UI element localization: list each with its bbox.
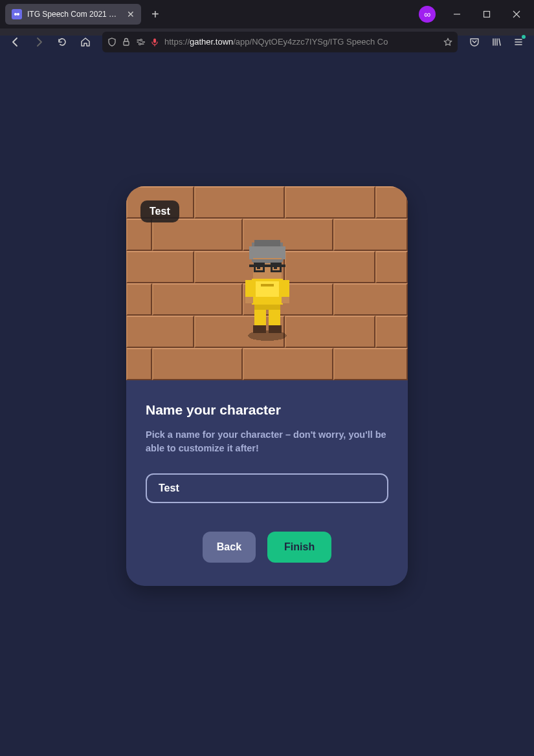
svg-rect-22	[257, 266, 260, 269]
svg-rect-3	[484, 12, 490, 17]
svg-rect-15	[249, 246, 285, 259]
svg-rect-30	[282, 297, 289, 303]
mask-icon: ∞	[424, 9, 430, 19]
svg-rect-6	[124, 41, 129, 45]
svg-rect-25	[256, 281, 279, 297]
window-controls	[442, 0, 531, 28]
svg-rect-34	[253, 325, 266, 333]
pocket-icon[interactable]	[464, 32, 485, 52]
character-name-badge: Test	[140, 200, 179, 222]
tab-close-icon[interactable]: ✕	[127, 9, 135, 19]
tab-title: ITG Speech Com 2021 Kiel | Gath	[27, 10, 122, 19]
new-tab-button[interactable]: +	[144, 7, 167, 22]
character-name-input[interactable]	[146, 473, 388, 503]
svg-point-8	[139, 43, 141, 45]
extension-icon[interactable]: ∞	[419, 6, 436, 23]
url-text: https://gather.town/app/NQytOEy4zzc7IYSg…	[164, 37, 438, 47]
notification-dot-icon	[522, 35, 526, 39]
tab-favicon	[12, 9, 22, 19]
reload-button[interactable]	[52, 32, 72, 52]
svg-point-1	[17, 13, 19, 16]
lock-icon[interactable]	[122, 38, 131, 47]
close-window-button[interactable]	[502, 0, 531, 28]
minimize-button[interactable]	[442, 0, 472, 28]
page-content: Test	[0, 36, 534, 737]
bookmark-star-icon[interactable]	[443, 38, 452, 47]
permissions-icon[interactable]	[136, 38, 145, 47]
svg-rect-29	[245, 297, 253, 303]
svg-rect-26	[261, 284, 274, 286]
back-button[interactable]: Back	[203, 532, 256, 563]
page-subtext: Pick a name for your character – don't w…	[146, 428, 388, 455]
character-avatar	[236, 240, 298, 346]
finish-button[interactable]: Finish	[267, 532, 331, 563]
svg-rect-16	[254, 240, 280, 246]
character-card: Test	[126, 186, 408, 586]
svg-rect-33	[254, 305, 280, 310]
form-area: Name your character Pick a name for your…	[126, 380, 408, 586]
browser-toolbar: https://gather.town/app/NQytOEy4zzc7IYSg…	[0, 28, 534, 55]
button-row: Back Finish	[146, 532, 388, 563]
nav-back-button[interactable]	[5, 32, 26, 52]
svg-point-7	[140, 39, 142, 41]
library-icon[interactable]	[486, 32, 507, 52]
svg-rect-9	[153, 38, 156, 43]
svg-rect-23	[274, 266, 277, 269]
svg-point-0	[14, 13, 17, 16]
maximize-button[interactable]	[472, 0, 502, 28]
svg-rect-28	[282, 280, 289, 299]
character-preview: Test	[126, 186, 408, 380]
url-bar[interactable]: https://gather.town/app/NQytOEy4zzc7IYSg…	[102, 32, 458, 52]
window-titlebar: ITG Speech Com 2021 Kiel | Gath ✕ + ∞	[0, 0, 534, 28]
svg-rect-27	[245, 280, 253, 299]
svg-rect-35	[269, 325, 282, 333]
nav-forward-button[interactable]	[28, 32, 49, 52]
app-menu-icon[interactable]	[508, 32, 529, 52]
microphone-icon[interactable]	[150, 38, 159, 47]
shield-icon[interactable]	[107, 38, 117, 47]
browser-tab[interactable]: ITG Speech Com 2021 Kiel | Gath ✕	[5, 4, 141, 25]
page-title: Name your character	[146, 402, 388, 418]
home-button[interactable]	[75, 32, 96, 52]
